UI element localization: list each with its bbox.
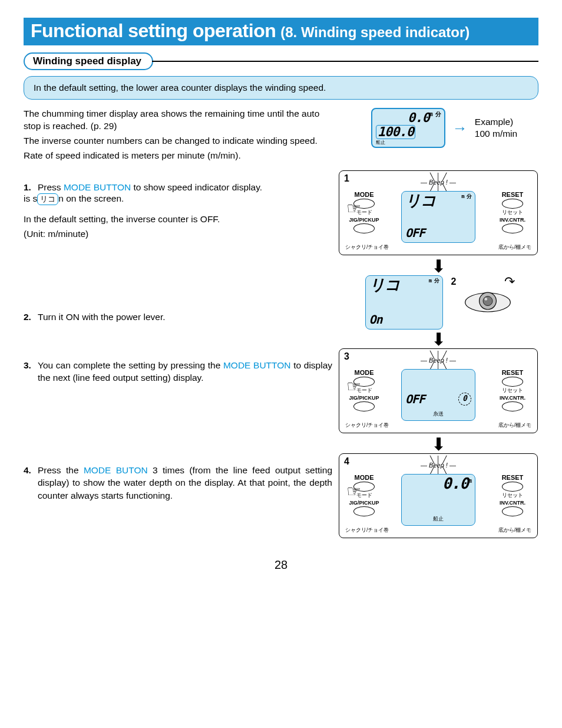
title-sub: (8. Winding speed indicator) xyxy=(280,24,470,41)
zero-icon: 0 xyxy=(458,393,471,406)
info-box: In the default setting, the lower area c… xyxy=(24,76,538,100)
step1-note-b: (Unit: m/minute) xyxy=(24,228,332,241)
device-panel-1: 1 ╲ │ ╱ — Beep ! — ╱ │ ╲ ☞ MODE モード JIG/… xyxy=(339,170,538,255)
panel3-lcd: OFF 0 糸送 xyxy=(401,369,475,421)
inv-button[interactable] xyxy=(502,401,523,411)
svg-point-2 xyxy=(483,296,492,305)
step-3: 3. You can complete the setting by press… xyxy=(24,359,332,384)
step-4: 4. Press the MODE BUTON 3 times (from th… xyxy=(24,464,332,502)
intro-line-2: The inverse counter numbers can be chang… xyxy=(24,135,332,147)
jig-button[interactable] xyxy=(353,401,375,411)
down-arrow-icon: ⬇ xyxy=(431,439,446,450)
mode-button-ref: MODE BUTTON xyxy=(223,360,291,370)
beep-icon: ╲ │ ╱ — Beep ! — ╱ │ ╲ xyxy=(421,457,456,474)
title-main: Functional setting operation xyxy=(31,20,276,42)
screen-token: リコ xyxy=(37,193,58,205)
intro-line-1: The chumming timer display area shows th… xyxy=(24,108,332,133)
down-arrow-icon: ⬇ xyxy=(431,334,446,345)
svg-point-3 xyxy=(485,298,488,301)
device-panel-2: リコm 分 On 2 ↷ xyxy=(365,275,512,330)
down-arrow-icon: ⬇ xyxy=(431,261,446,272)
jig-button[interactable] xyxy=(353,223,375,233)
beep-icon: ╲ │ ╱ — Beep ! — ╱ │ ╲ xyxy=(421,353,456,369)
step-1: 1. Press MODE BUTTON to show speed indic… xyxy=(24,181,332,194)
reset-button[interactable] xyxy=(502,377,523,387)
panel4-lcd: 0.0m 船止 xyxy=(401,474,475,526)
section-rule xyxy=(152,61,538,62)
jig-button[interactable] xyxy=(353,506,375,516)
hand-pointer-icon: ☞ xyxy=(346,378,361,395)
hand-pointer-icon: ☞ xyxy=(346,483,361,500)
panel1-lcd: リコm 分 OFF xyxy=(401,191,475,243)
inv-button[interactable] xyxy=(502,506,523,516)
page-number: 28 xyxy=(24,558,538,572)
section-heading: Winding speed display xyxy=(24,52,538,70)
intro-line-3: Rate of speed indicated is meters per mi… xyxy=(24,150,332,162)
step1-note-a: In the default setting, the inverse coun… xyxy=(24,213,332,226)
beep-icon: ╲ │ ╱ — Beep ! — ╱ │ ╲ xyxy=(421,174,456,191)
example-block: 0.0m 分 100.0 船止 → Example) 100 m/min xyxy=(371,108,517,148)
example-lcd: 0.0m 分 100.0 船止 xyxy=(371,108,445,148)
mode-button-ref: MODE BUTTON xyxy=(64,182,131,192)
section-pill: Winding speed display xyxy=(24,52,153,70)
mode-button-ref: MODE BUTON xyxy=(84,465,148,475)
example-caption: Example) 100 m/min xyxy=(475,116,517,140)
reset-button[interactable] xyxy=(502,482,523,492)
hand-pointer-icon: ☞ xyxy=(346,200,361,217)
reset-button-col: RESET リセット INV.CNTR. xyxy=(492,191,533,233)
inv-button[interactable] xyxy=(502,223,523,233)
device-panel-3: 3 ╲ │ ╱ — Beep ! — ╱ │ ╲ ☞ MODE モード JIG/… xyxy=(339,348,538,433)
device-panel-4: 4 ╲ │ ╱ — Beep ! — ╱ │ ╲ ☞ MODE モード JIG/… xyxy=(339,453,538,538)
reset-button[interactable] xyxy=(502,199,523,209)
power-lever-icon[interactable]: ↷ xyxy=(464,285,511,320)
step-2: 2. Turn it ON with the power lever. xyxy=(24,311,332,324)
page-title-bar: Functional setting operation (8. Winding… xyxy=(24,18,538,45)
rotate-arrow-icon: ↷ xyxy=(504,274,515,289)
